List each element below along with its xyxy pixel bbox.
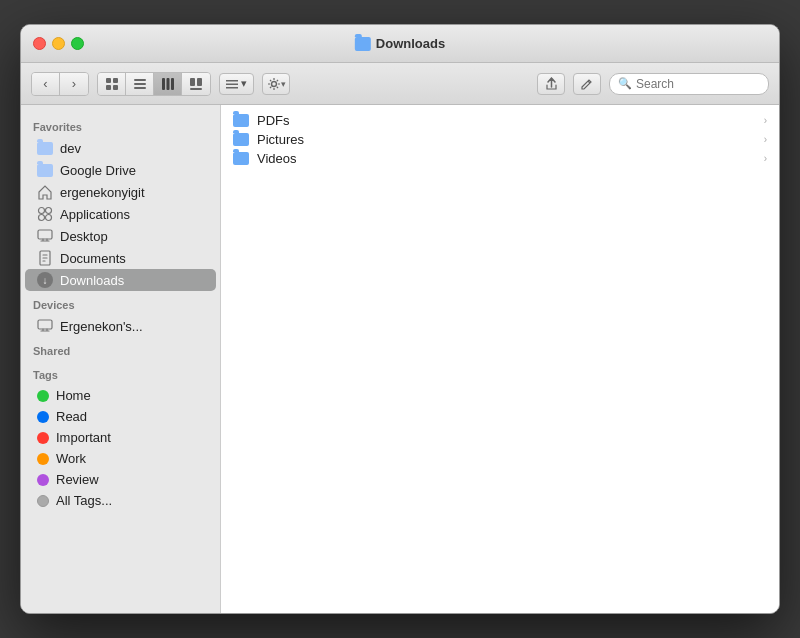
tag-important-dot	[37, 432, 49, 444]
svg-point-20	[46, 215, 52, 221]
title-label: Downloads	[376, 36, 445, 51]
sidebar-section-shared: Shared	[21, 337, 220, 361]
svg-point-17	[39, 208, 45, 214]
maximize-button[interactable]	[71, 37, 84, 50]
svg-rect-1	[113, 78, 118, 83]
arrange-button[interactable]: ▾	[219, 73, 254, 95]
tag-all-dot	[37, 495, 49, 507]
nav-group: ‹ ›	[31, 72, 89, 96]
tag-review-dot	[37, 474, 49, 486]
home-icon	[37, 184, 53, 200]
file-row-videos[interactable]: Videos ›	[221, 149, 779, 168]
file-row-pdfs-arrow: ›	[764, 115, 767, 126]
computer-icon	[37, 318, 53, 334]
search-icon: 🔍	[618, 77, 632, 90]
title-folder-icon	[355, 37, 371, 51]
minimize-button[interactable]	[52, 37, 65, 50]
svg-rect-21	[38, 230, 52, 239]
svg-point-18	[46, 208, 52, 214]
applications-icon	[37, 206, 53, 222]
sidebar-item-applications[interactable]: Applications	[25, 203, 216, 225]
file-row-pdfs-label: PDFs	[257, 113, 756, 128]
search-input[interactable]	[636, 77, 756, 91]
view-cover-button[interactable]	[182, 73, 210, 95]
desktop-icon	[37, 228, 53, 244]
sidebar-section-favorites: Favorites	[21, 113, 220, 137]
view-icon-button[interactable]	[98, 73, 126, 95]
svg-rect-12	[190, 88, 202, 90]
sidebar-item-tag-all[interactable]: All Tags...	[25, 490, 216, 511]
sidebar-item-home-label: ergenekonyigit	[60, 185, 145, 200]
edit-tags-button[interactable]	[573, 73, 601, 95]
sidebar-item-tag-read[interactable]: Read	[25, 406, 216, 427]
titlebar: Downloads	[21, 25, 779, 63]
sidebar-item-tag-review-label: Review	[56, 472, 99, 487]
downloads-icon: ↓	[37, 272, 53, 288]
back-button[interactable]: ‹	[32, 73, 60, 95]
sidebar-item-downloads[interactable]: ↓ Downloads	[25, 269, 216, 291]
svg-rect-14	[226, 83, 238, 85]
search-box[interactable]: 🔍	[609, 73, 769, 95]
file-row-pictures[interactable]: Pictures ›	[221, 130, 779, 149]
svg-rect-11	[197, 78, 202, 86]
sidebar-item-tag-review[interactable]: Review	[25, 469, 216, 490]
sidebar-item-tag-work[interactable]: Work	[25, 448, 216, 469]
sidebar-item-desktop[interactable]: Desktop	[25, 225, 216, 247]
sidebar-item-tag-important-label: Important	[56, 430, 111, 445]
sidebar-item-google-drive[interactable]: Google Drive	[25, 159, 216, 181]
sidebar-item-computer[interactable]: Ergenekon's...	[25, 315, 216, 337]
svg-point-16	[271, 81, 276, 86]
view-list-button[interactable]	[126, 73, 154, 95]
documents-icon	[37, 250, 53, 266]
folder-icon	[37, 162, 53, 178]
sidebar-item-dev-label: dev	[60, 141, 81, 156]
sidebar-item-home[interactable]: ergenekonyigit	[25, 181, 216, 203]
svg-rect-3	[113, 85, 118, 90]
content-area: Favorites dev Google Drive	[21, 105, 779, 613]
share-button[interactable]	[537, 73, 565, 95]
svg-rect-8	[166, 78, 169, 90]
toolbar: ‹ ›	[21, 63, 779, 105]
folder-pictures-icon	[233, 133, 249, 146]
sidebar-item-documents-label: Documents	[60, 251, 126, 266]
sidebar-item-tag-home[interactable]: Home	[25, 385, 216, 406]
sidebar-item-computer-label: Ergenekon's...	[60, 319, 143, 334]
svg-rect-15	[226, 87, 238, 89]
svg-rect-13	[226, 80, 238, 82]
svg-point-19	[39, 215, 45, 221]
view-group	[97, 72, 211, 96]
file-row-pictures-arrow: ›	[764, 134, 767, 145]
close-button[interactable]	[33, 37, 46, 50]
tag-read-dot	[37, 411, 49, 423]
file-row-pdfs[interactable]: PDFs ›	[221, 111, 779, 130]
svg-rect-0	[106, 78, 111, 83]
sidebar-item-documents[interactable]: Documents	[25, 247, 216, 269]
sidebar-item-tag-read-label: Read	[56, 409, 87, 424]
sidebar-item-downloads-label: Downloads	[60, 273, 124, 288]
folder-pdfs-icon	[233, 114, 249, 127]
forward-button[interactable]: ›	[60, 73, 88, 95]
tag-home-dot	[37, 390, 49, 402]
finder-window: Downloads ‹ ›	[20, 24, 780, 614]
folder-icon	[37, 140, 53, 156]
svg-rect-2	[106, 85, 111, 90]
sidebar-item-tag-all-label: All Tags...	[56, 493, 112, 508]
folder-videos-icon	[233, 152, 249, 165]
sidebar: Favorites dev Google Drive	[21, 105, 221, 613]
arrange-arrow: ▾	[241, 77, 247, 90]
sidebar-section-tags: Tags	[21, 361, 220, 385]
file-row-pictures-label: Pictures	[257, 132, 756, 147]
sidebar-item-tag-home-label: Home	[56, 388, 91, 403]
svg-rect-6	[134, 87, 146, 89]
tag-work-dot	[37, 453, 49, 465]
svg-rect-9	[171, 78, 174, 90]
svg-rect-7	[162, 78, 165, 90]
traffic-lights	[21, 37, 84, 50]
action-button[interactable]: ▾	[262, 73, 290, 95]
file-pane: PDFs › Pictures › Videos ›	[221, 105, 779, 613]
svg-rect-4	[134, 79, 146, 81]
view-column-button[interactable]	[154, 73, 182, 95]
sidebar-item-tag-important[interactable]: Important	[25, 427, 216, 448]
svg-rect-10	[190, 78, 195, 86]
sidebar-item-dev[interactable]: dev	[25, 137, 216, 159]
